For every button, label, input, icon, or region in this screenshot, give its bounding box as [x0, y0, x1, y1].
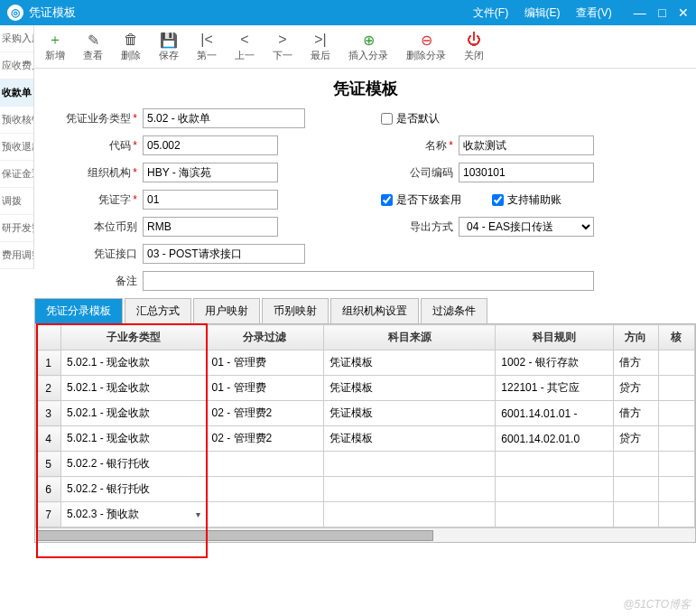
- companycode-label: 公司编码: [377, 165, 459, 181]
- api-label: 凭证接口: [61, 247, 143, 262]
- menu-edit[interactable]: 编辑(E): [524, 6, 561, 19]
- voucherword-field[interactable]: [143, 190, 278, 210]
- tab-3[interactable]: 币别映射: [262, 298, 329, 323]
- toolbar-查看[interactable]: ✎查看: [74, 29, 112, 64]
- page-title: 凭证模板: [34, 78, 696, 99]
- toolbar-关闭[interactable]: ⏻关闭: [455, 29, 493, 64]
- grid-table: 子业务类型分录过滤科目来源科目规则方向核15.02.1 - 现金收款01 - 管…: [35, 324, 695, 527]
- sidebar-item[interactable]: 调拨: [0, 188, 33, 215]
- col-header: 核: [658, 325, 694, 350]
- remark-label: 备注: [61, 274, 143, 289]
- name-field[interactable]: [459, 135, 594, 155]
- tab-1[interactable]: 汇总方式: [125, 298, 191, 323]
- table-row[interactable]: 45.02.1 - 现金收款02 - 管理费2凭证模板6001.14.02.01…: [36, 426, 695, 452]
- toolbar-第一[interactable]: |<第一: [188, 29, 226, 64]
- companycode-field[interactable]: [459, 163, 594, 182]
- currency-field[interactable]: [143, 217, 278, 237]
- form: 凭证业务类型* 是否默认 代码* 名称* 组织机构* 公司编码: [34, 108, 696, 291]
- col-header: 方向: [613, 325, 658, 350]
- tab-2[interactable]: 用户映射: [193, 298, 260, 323]
- sidebar-item[interactable]: 收款单: [0, 79, 33, 107]
- window-title: 凭证模板: [29, 5, 473, 21]
- col-header: [36, 325, 61, 350]
- table-row[interactable]: 55.02.2 - 银行托收: [36, 452, 695, 477]
- close-button[interactable]: ✕: [678, 5, 689, 20]
- horizontal-scrollbar[interactable]: [35, 527, 695, 542]
- menu-bar: 文件(F) 编辑(E) 查看(V): [473, 5, 625, 21]
- menu-view[interactable]: 查看(V): [576, 6, 612, 19]
- code-label: 代码*: [61, 138, 143, 154]
- org-label: 组织机构*: [61, 165, 143, 181]
- table-row[interactable]: 25.02.1 - 现金收款01 - 管理费凭证模板122101 - 其它应贷方: [36, 376, 695, 401]
- voucherword-label: 凭证字*: [61, 192, 143, 208]
- subapply-checkbox[interactable]: 是否下级套用: [377, 191, 461, 209]
- code-field[interactable]: [143, 135, 278, 155]
- col-header: 子业务类型: [61, 325, 206, 350]
- app-icon: ◎: [7, 5, 23, 21]
- toolbar-删除[interactable]: 🗑删除: [112, 29, 150, 64]
- grid: 子业务类型分录过滤科目来源科目规则方向核15.02.1 - 现金收款01 - 管…: [34, 323, 696, 543]
- sidebar-item[interactable]: 采购入库: [0, 25, 33, 52]
- toolbar-最后[interactable]: >|最后: [302, 29, 339, 64]
- export-select[interactable]: 04 - EAS接口传送: [459, 217, 594, 237]
- sidebar-item[interactable]: 研开发费: [0, 215, 33, 242]
- sidebar-item[interactable]: 预收退款: [0, 134, 33, 161]
- sidebar-item[interactable]: 应收费月: [0, 52, 33, 79]
- table-row[interactable]: 35.02.1 - 现金收款02 - 管理费2凭证模板6001.14.01.01…: [36, 401, 695, 426]
- maximize-button[interactable]: □: [658, 5, 665, 20]
- toolbar-新增[interactable]: ＋新增: [36, 29, 74, 64]
- remark-field[interactable]: [143, 271, 594, 291]
- api-field[interactable]: [143, 244, 305, 264]
- watermark: @51CTO博客: [623, 597, 691, 612]
- toolbar-保存[interactable]: 💾保存: [150, 29, 188, 64]
- sidebar-item[interactable]: 保证金退: [0, 161, 33, 188]
- menu-file[interactable]: 文件(F): [473, 6, 508, 19]
- name-label: 名称*: [377, 138, 459, 154]
- toolbar-删除分录[interactable]: ⊖删除分录: [397, 29, 455, 64]
- toolbar-插入分录[interactable]: ⊕插入分录: [339, 29, 397, 64]
- biztype-field[interactable]: [143, 108, 305, 128]
- biztype-label: 凭证业务类型*: [61, 111, 143, 126]
- tab-5[interactable]: 过滤条件: [421, 298, 487, 323]
- left-sidebar: 采购入库应收费月收款单预收核销预收退款保证金退调拨研开发费费用调整: [0, 25, 34, 269]
- main-panel: ＋新增✎查看🗑删除💾保存|<第一<上一>下一>|最后⊕插入分录⊖删除分录⏻关闭 …: [34, 25, 696, 616]
- isdefault-checkbox[interactable]: 是否默认: [377, 110, 440, 127]
- table-row[interactable]: 65.02.2 - 银行托收: [36, 477, 695, 502]
- aux-checkbox[interactable]: 支持辅助账: [488, 191, 561, 209]
- org-field[interactable]: [143, 163, 278, 182]
- col-header: 科目来源: [323, 325, 496, 350]
- table-row[interactable]: 75.02.3 - 预收款▾: [36, 502, 695, 527]
- table-row[interactable]: 15.02.1 - 现金收款01 - 管理费凭证模板1002 - 银行存款借方: [36, 350, 695, 376]
- window-controls: — □ ✕: [625, 5, 689, 20]
- export-label: 导出方式: [377, 219, 459, 235]
- tab-0[interactable]: 凭证分录模板: [34, 298, 123, 323]
- currency-label: 本位币别: [61, 219, 143, 235]
- sidebar-item[interactable]: 费用调整: [0, 242, 33, 269]
- col-header: 科目规则: [496, 325, 613, 350]
- toolbar: ＋新增✎查看🗑删除💾保存|<第一<上一>下一>|最后⊕插入分录⊖删除分录⏻关闭: [34, 25, 696, 69]
- tab-strip: 凭证分录模板汇总方式用户映射币别映射组织机构设置过滤条件: [34, 298, 696, 323]
- col-header: 分录过滤: [206, 325, 323, 350]
- minimize-button[interactable]: —: [634, 5, 646, 20]
- title-bar: ◎ 凭证模板 文件(F) 编辑(E) 查看(V) — □ ✕: [0, 0, 696, 25]
- tab-4[interactable]: 组织机构设置: [330, 298, 419, 323]
- toolbar-下一[interactable]: >下一: [264, 29, 302, 64]
- toolbar-上一[interactable]: <上一: [226, 29, 264, 64]
- sidebar-item[interactable]: 预收核销: [0, 107, 33, 134]
